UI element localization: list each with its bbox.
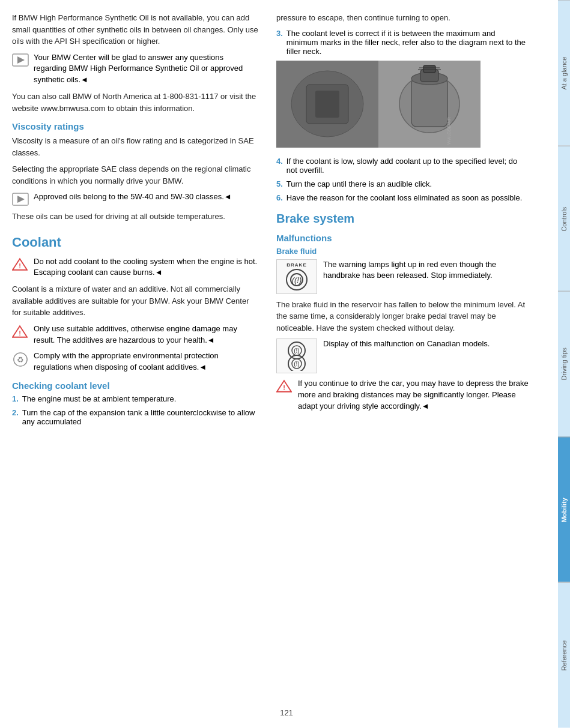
play-icon-2 <box>12 193 29 206</box>
step-5: 5. Turn the cap until there is an audibl… <box>276 179 529 188</box>
step-2: 2. Turn the cap of the expansion tank a … <box>12 408 258 426</box>
svg-text:!: ! <box>283 384 285 391</box>
warning-triangle-1: ! <box>12 257 29 272</box>
step-5-num: 5. <box>276 179 283 188</box>
sidebar-tab-controls[interactable]: Controls <box>558 146 570 292</box>
sidebar-tab-mobility-label: Mobility <box>560 498 568 523</box>
warning-triangle-2: ! <box>12 325 29 339</box>
viscosity-text2: Selecting the appropriate SAE class depe… <box>12 163 258 187</box>
svg-rect-15 <box>315 91 339 118</box>
step-1-text: The engine must be at ambient temperatur… <box>22 394 177 403</box>
coolant-env-text: Comply with the appropriate environmenta… <box>34 350 258 373</box>
svg-text:!: ! <box>19 262 21 269</box>
step-4-text: If the coolant is low, slowly add coolan… <box>286 157 529 175</box>
main-content: If BMW High Performance Synthetic Oil is… <box>0 0 555 728</box>
brake-warning-icon: BRAKE ((!) <box>276 259 317 294</box>
svg-text:(!): (!) <box>294 347 299 354</box>
warning-triangle-final: ! <box>276 379 293 394</box>
step-4: 4. If the coolant is low, slowly add coo… <box>276 157 529 175</box>
step2-continued: pressure to escape, then continue turnin… <box>276 12 529 24</box>
note-text-1: Your BMW Center will be glad to answer a… <box>34 52 258 86</box>
coolant-warning-box-2: ! Only use suitable additives, otherwise… <box>12 323 258 346</box>
sidebar-tab-driving-tips-label: Driving tips <box>560 348 568 381</box>
brake-fluid-heading: Brake fluid <box>276 247 529 256</box>
step-6-text: Have the reason for the coolant loss eli… <box>286 193 522 202</box>
coolant-env-box: ♻ Comply with the appropriate environmen… <box>12 350 258 373</box>
canadian-icon: (!) (!) <box>276 338 317 373</box>
brake-fluid-row: BRAKE ((!) The warning lamps light up in… <box>276 259 529 294</box>
coolant-warning-text: Do not add coolant to the cooling system… <box>34 256 258 279</box>
step-6: 6. Have the reason for the coolant loss … <box>276 193 529 202</box>
malfunctions-heading: Malfunctions <box>276 233 529 243</box>
final-warning-box: ! If you continue to drive the car, you … <box>276 378 529 412</box>
svg-text:(!): (!) <box>294 361 299 367</box>
viscosity-heading: Viscosity ratings <box>12 121 258 131</box>
svg-text:WWLGSB4NR: WWLGSB4NR <box>447 117 451 145</box>
recycle-icon: ♻ <box>12 352 29 366</box>
svg-rect-20 <box>423 65 435 73</box>
sidebar-tab-controls-label: Controls <box>560 206 568 231</box>
sidebar-tab-driving-tips[interactable]: Driving tips <box>558 291 570 437</box>
coolant-title: Coolant <box>12 235 258 250</box>
step-1-num: 1. <box>12 394 19 403</box>
sidebar: At a glance Controls Driving tips Mobili… <box>555 0 573 728</box>
step-4-num: 4. <box>276 157 283 175</box>
coolant-text1: Coolant is a mixture of water and an add… <box>12 283 258 319</box>
brake-fluid-warning-text: The warning lamps light up in red even t… <box>323 259 529 282</box>
canadian-row: (!) (!) Display of this malfunction on C… <box>276 338 529 373</box>
note-box-2: Approved oils belong to the 5W-40 and 5W… <box>12 191 258 206</box>
svg-text:!: ! <box>19 329 21 337</box>
viscosity-text3: These oils can be used for driving at al… <box>12 211 258 223</box>
checking-heading: Checking coolant level <box>12 381 258 391</box>
note-box-1: Your BMW Center will be glad to answer a… <box>12 52 258 86</box>
step-5-text: Turn the cap until there is an audible c… <box>286 179 432 188</box>
sidebar-tab-reference[interactable]: Reference <box>558 582 570 728</box>
coolant-diagram: WWLGSB4NR <box>276 61 481 148</box>
brake-fluid-text: The brake fluid in the reservoir has fal… <box>276 299 529 334</box>
note-text-2: Approved oils belong to the 5W-40 and 5W… <box>34 191 258 203</box>
call-text: You can also call BMW of North America a… <box>12 91 258 114</box>
sidebar-tab-at-a-glance-label: At a glance <box>560 56 568 89</box>
brake-label: BRAKE <box>286 262 306 268</box>
page-number: 121 <box>280 708 293 717</box>
step-1: 1. The engine must be at ambient tempera… <box>12 394 258 403</box>
svg-text:♻: ♻ <box>17 355 24 364</box>
sidebar-tab-mobility[interactable]: Mobility <box>558 437 570 583</box>
step-2-num: 2. <box>12 408 19 426</box>
viscosity-text1: Viscosity is a measure of an oil's flow … <box>12 135 258 158</box>
step-2-text: Turn the cap of the expansion tank a lit… <box>22 408 258 426</box>
coolant-warning-box: ! Do not add coolant to the cooling syst… <box>12 256 258 279</box>
svg-marker-3 <box>17 196 25 203</box>
left-column: If BMW High Performance Synthetic Oil is… <box>12 12 270 716</box>
brake-circle-svg: ((!) <box>285 268 309 290</box>
brake-system-title: Brake system <box>276 212 529 226</box>
svg-text:((!): ((!) <box>292 275 302 284</box>
coolant-image: WWLGSB4NR <box>276 61 529 149</box>
step-3-text: The coolant level is correct if it is be… <box>286 29 529 56</box>
right-column: pressure to escape, then continue turnin… <box>270 12 529 716</box>
canadian-brake-svg: (!) (!) <box>285 341 309 371</box>
step-3: 3. The coolant level is correct if it is… <box>276 29 529 56</box>
page-container: If BMW High Performance Synthetic Oil is… <box>0 0 573 728</box>
final-warning-text: If you continue to drive the car, you ma… <box>298 378 529 412</box>
step-6-num: 6. <box>276 193 283 202</box>
svg-marker-1 <box>17 56 25 64</box>
play-icon-1 <box>12 53 29 67</box>
sidebar-tab-at-a-glance[interactable]: At a glance <box>558 0 570 146</box>
svg-rect-17 <box>411 79 447 127</box>
sidebar-tab-reference-label: Reference <box>560 640 568 671</box>
step-3-num: 3. <box>276 29 283 56</box>
canadian-text: Display of this malfunction on Canadian … <box>323 338 529 350</box>
intro-text: If BMW High Performance Synthetic Oil is… <box>12 12 258 47</box>
coolant-warning-text-2: Only use suitable additives, otherwise e… <box>34 323 258 346</box>
coolant-section: Coolant ! Do not add coolant to the cool… <box>12 235 258 427</box>
